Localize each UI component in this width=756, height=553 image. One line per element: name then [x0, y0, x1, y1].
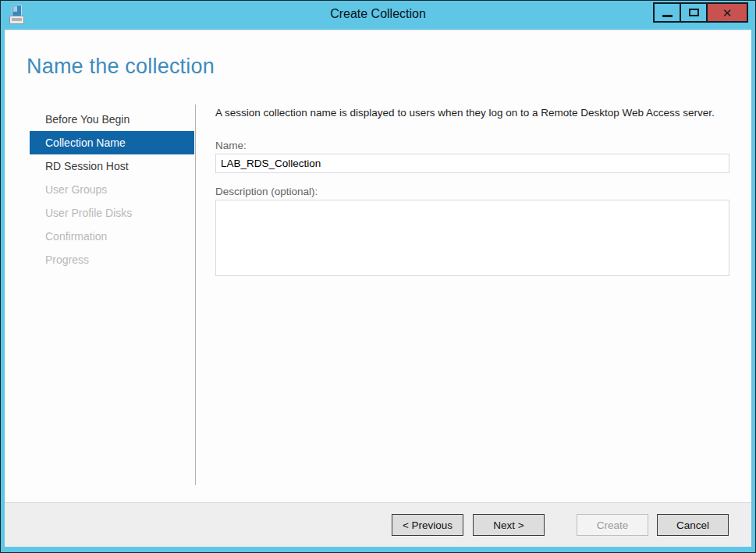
description-label: Description (optional):	[215, 186, 729, 197]
nav-divider	[195, 105, 196, 485]
previous-button[interactable]: < Previous	[392, 514, 463, 536]
wizard-page: Name the collection Before You Begin Col…	[5, 30, 751, 502]
minimize-icon	[662, 15, 673, 17]
step-before-you-begin[interactable]: Before You Begin	[30, 108, 194, 131]
name-label: Name:	[215, 140, 729, 151]
create-collection-window: Create Collection ✕ Name the collection …	[0, 0, 756, 553]
wizard-step-nav: Before You Begin Collection Name RD Sess…	[30, 108, 194, 271]
step-collection-name[interactable]: Collection Name	[30, 131, 194, 154]
page-title: Name the collection	[27, 55, 215, 79]
step-user-profile-disks: User Profile Disks	[30, 201, 194, 225]
client-area: Name the collection Before You Begin Col…	[5, 30, 751, 547]
maximize-icon	[689, 9, 699, 16]
titlebar: Create Collection ✕	[1, 1, 755, 30]
intro-text: A session collection name is displayed t…	[215, 105, 729, 121]
collection-description-textarea[interactable]	[215, 200, 729, 276]
step-user-groups: User Groups	[30, 178, 194, 201]
cancel-button[interactable]: Cancel	[657, 514, 729, 536]
create-button: Create	[577, 514, 648, 536]
next-button[interactable]: Next >	[473, 514, 545, 536]
collection-name-input[interactable]	[215, 154, 729, 173]
step-progress: Progress	[30, 248, 194, 271]
window-controls: ✕	[655, 2, 748, 23]
close-button[interactable]: ✕	[706, 2, 748, 23]
close-icon: ✕	[722, 7, 733, 19]
main-panel: A session collection name is displayed t…	[215, 105, 729, 276]
step-confirmation: Confirmation	[30, 225, 194, 248]
maximize-button[interactable]	[680, 2, 708, 23]
step-rd-session-host[interactable]: RD Session Host	[30, 154, 194, 178]
footer-button-bar: < Previous Next > Create Cancel	[5, 502, 751, 547]
minimize-button[interactable]	[653, 2, 681, 23]
window-title: Create Collection	[1, 7, 755, 21]
